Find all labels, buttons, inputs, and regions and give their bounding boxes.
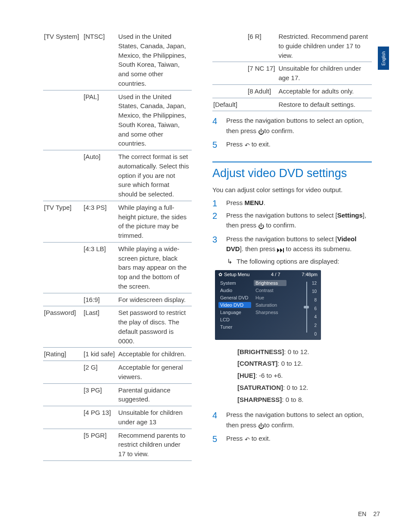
fast-forward-icon (277, 245, 284, 255)
table-cell: For widescreen display. (118, 293, 192, 306)
language-tab: English (378, 47, 389, 70)
table-cell (43, 383, 83, 406)
mock-submenu-item: Hue (254, 295, 286, 301)
table-cell (43, 361, 83, 384)
table-cell: [4:3 LB] (83, 242, 118, 293)
table-cell: Unsuitable for children under age 13 (118, 406, 192, 429)
mock-scale-knob (304, 306, 309, 308)
back-icon: ↶ (245, 435, 250, 445)
table-cell: Restricted. Recommend parent to guide ch… (277, 30, 372, 62)
table-cell: [5 PGR] (83, 429, 118, 460)
table-cell: [NTSC] (83, 30, 118, 90)
table-cell: Acceptable for general viewers. (118, 361, 192, 384)
table-cell: Used in the United States, Canada, Japan… (118, 30, 192, 90)
left-options-table: [TV System][NTSC]Used in the United Stat… (43, 30, 192, 461)
mock-scale-tick: 4 (314, 314, 317, 319)
mock-title: Setup Menu (224, 272, 249, 277)
mock-menu-item: System (218, 280, 251, 286)
mock-submenu-item: Brightness (254, 280, 286, 286)
table-row: [3 PG]Parental guidance suggested. (43, 383, 192, 406)
step-3-sub: The following options are displayed: (212, 258, 372, 265)
table-row: [5 PGR]Recommend parents to restrict chi… (43, 429, 192, 460)
table-cell (43, 429, 83, 460)
video-option-item: [SATURATION]: 0 to 12. (237, 382, 372, 394)
table-row: [Password][Last]Set password to restrict… (43, 306, 192, 348)
steps-list-c: 4 Press the navigation buttons to select… (212, 410, 372, 445)
mock-submenu-item: Saturation (254, 302, 286, 308)
table-cell: While playing a wide-screen picture, bla… (118, 242, 192, 293)
table-cell: [6 R] (247, 30, 277, 62)
step-4b: 4 Press the navigation buttons to select… (212, 410, 372, 431)
table-cell: [Rating] (43, 348, 83, 361)
table-cell: [TV Type] (43, 201, 83, 242)
table-cell: [3 PG] (83, 383, 118, 406)
mock-menu-item: Video DVD (218, 302, 251, 308)
table-cell: [PAL] (83, 90, 118, 150)
step-5: 5 Press ↶ to exit. (212, 139, 372, 150)
back-icon: ↶ (245, 141, 250, 150)
step-3: 3 Press the navigation buttons to select… (212, 234, 372, 255)
table-cell: Set password to restrict the play of dis… (118, 306, 192, 348)
step-5b: 5 Press ↶ to exit. (212, 433, 372, 445)
page-footer: EN27 (358, 510, 380, 517)
table-cell: [16:9] (83, 293, 118, 306)
table-cell: Used in the United States, Canada, Japan… (118, 90, 192, 150)
video-option-item: [CONTRAST]: 0 to 12. (237, 358, 372, 370)
video-option-item: [HUE]: -6 to +6. (237, 370, 372, 382)
table-cell: Acceptable for children. (118, 348, 192, 361)
step-4: 4 Press the navigation buttons to select… (212, 115, 372, 137)
mock-pager: 4 / 7 (249, 272, 302, 277)
table-row: [Rating][1 kid safe]Acceptable for child… (43, 348, 192, 361)
steps-list-b: 1 Press MENU. 2 Press the navigation but… (212, 198, 372, 255)
gear-icon: ✿ (218, 272, 222, 277)
table-cell: Parental guidance suggested. (118, 383, 192, 406)
table-cell (43, 242, 83, 293)
table-cell: [7 NC 17] (247, 62, 277, 85)
table-cell: [4:3 PS] (83, 201, 118, 242)
table-cell: [Auto] (83, 150, 118, 201)
table-cell: The correct format is set automatically.… (118, 150, 192, 201)
table-row: [TV Type][4:3 PS]While playing a full-he… (43, 201, 192, 242)
table-cell (212, 62, 247, 85)
mock-scale-tick: 2 (314, 323, 317, 328)
table-row: [TV System][NTSC]Used in the United Stat… (43, 30, 192, 90)
mock-submenu-item: Contrast (254, 287, 286, 293)
mock-scale-tick: 0 (314, 332, 317, 336)
mock-submenu-item: Sharpness (254, 309, 286, 315)
power-icon: ⏻ (258, 422, 264, 431)
mock-menu-item: General DVD (218, 295, 251, 301)
table-row: [8 Adult]Acceptable for adults only. (212, 84, 372, 98)
table-row: [7 NC 17]Unsuitable for children under a… (212, 62, 372, 85)
table-cell (43, 150, 83, 201)
table-row: [4 PG 13]Unsuitable for children under a… (43, 406, 192, 429)
mock-scale-tick: 6 (314, 306, 317, 311)
table-cell (43, 90, 83, 150)
table-cell (247, 98, 277, 111)
table-row: [4:3 LB]While playing a wide-screen pict… (43, 242, 192, 293)
table-cell (212, 84, 247, 98)
mock-menu-item: LCD (218, 317, 251, 323)
table-row: [6 R]Restricted. Recommend parent to gui… (212, 30, 372, 62)
table-cell (212, 30, 247, 62)
power-icon: ⏻ (258, 222, 264, 231)
table-cell: Restore to default settings. (277, 98, 372, 111)
table-cell: [TV System] (43, 30, 83, 90)
table-cell: [2 G] (83, 361, 118, 384)
video-option-item: [SHARPNESS]: 0 to 8. (237, 394, 372, 406)
setup-menu-screenshot: ✿ Setup Menu 4 / 7 7:48pm SystemAudioGen… (215, 270, 321, 340)
table-cell (43, 406, 83, 429)
section-heading: Adjust video DVD settings (212, 162, 372, 180)
right-options-table: [6 R]Restricted. Recommend parent to gui… (212, 30, 372, 111)
table-cell: [1 kid safe] (83, 348, 118, 361)
table-cell: [Last] (83, 306, 118, 348)
video-option-list: [BRIGHTNESS]: 0 to 12.[CONTRAST]: 0 to 1… (212, 346, 372, 406)
mock-scale-tick: 10 (312, 289, 317, 294)
mock-scale-tick: 8 (314, 298, 317, 302)
mock-menu-item: Language (218, 309, 251, 315)
table-row: [PAL]Used in the United States, Canada, … (43, 90, 192, 150)
mock-scale-tick: 12 (312, 281, 317, 286)
table-cell: [8 Adult] (247, 84, 277, 98)
table-cell: [Password] (43, 306, 83, 348)
mock-menu-item: Tuner (218, 324, 251, 330)
table-row: [Default]Restore to default settings. (212, 98, 372, 111)
